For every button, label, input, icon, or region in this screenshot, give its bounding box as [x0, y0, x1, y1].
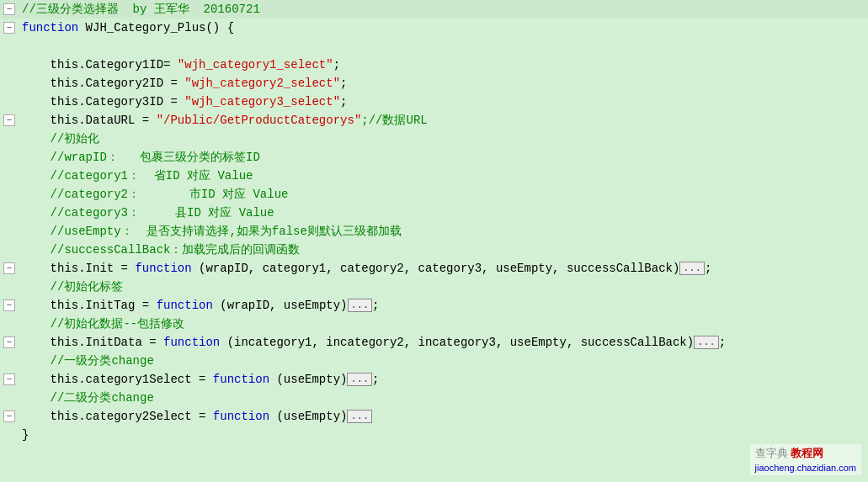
normal-token: (wrapID, category1, category2, category3…	[192, 262, 680, 275]
code-line: //初始化	[0, 130, 868, 148]
code-line: //category2： 市ID 对应 Value	[0, 185, 868, 204]
line-content: //初始化标签	[19, 279, 868, 294]
normal-token: this.Category2ID =	[22, 77, 184, 90]
normal-token: (useEmpty)	[269, 373, 347, 386]
lines-container: −//三级分类选择器 by 王军华 20160721−function WJH_…	[0, 0, 868, 444]
code-line: //useEmpty： 是否支持请选择,如果为false则默认三级都加载	[0, 222, 868, 241]
collapse-open-icon[interactable]: −	[3, 299, 15, 311]
collapse-open-icon[interactable]: −	[3, 22, 15, 34]
collapsed-block-indicator[interactable]: ...	[347, 373, 372, 386]
normal-token: (wrapID, useEmpty)	[213, 299, 348, 312]
line-content: //初始化	[19, 131, 868, 146]
collapse-gutter[interactable]: −	[0, 299, 19, 311]
watermark-label: 教程网	[791, 447, 823, 459]
normal-token: this.InitData =	[22, 336, 163, 349]
comment-token: //successCallBack：加载完成后的回调函数	[22, 243, 300, 257]
collapse-gutter[interactable]: −	[0, 410, 19, 422]
line-content: //一级分类change	[19, 353, 868, 368]
collapse-gutter[interactable]: −	[0, 262, 19, 274]
collapse-open-icon[interactable]: −	[3, 114, 15, 126]
collapsed-block-indicator[interactable]: ...	[694, 336, 719, 349]
line-content: //category2： 市ID 对应 Value	[19, 187, 868, 202]
line-content: this.DataURL = "/Public/GetProductCatego…	[19, 113, 868, 128]
normal-token: ;	[333, 58, 340, 72]
line-content: //successCallBack：加载完成后的回调函数	[19, 242, 868, 257]
code-line: //一级分类change	[0, 352, 868, 370]
comment-token: //wrapID： 包裹三级分类的标签ID	[22, 151, 260, 164]
normal-token: (useEmpty)	[269, 410, 347, 423]
normal-token: ;	[372, 299, 379, 312]
collapse-open-icon[interactable]: −	[3, 3, 15, 15]
collapse-gutter[interactable]: −	[0, 22, 19, 34]
normal-token: ;	[719, 336, 726, 349]
collapse-open-icon[interactable]: −	[3, 373, 15, 385]
string-token: "wjh_category3_select"	[184, 95, 340, 109]
code-line	[0, 37, 868, 56]
code-line: //category1： 省ID 对应 Value	[0, 167, 868, 185]
collapse-gutter[interactable]: −	[0, 114, 19, 126]
line-content: this.category1Select = function (useEmpt…	[19, 373, 868, 386]
code-line: //category3： 县ID 对应 Value	[0, 204, 868, 222]
comment-token: ;//数据URL	[361, 114, 427, 127]
collapse-gutter[interactable]: −	[0, 336, 19, 348]
comment-token: //二级分类change	[22, 391, 154, 405]
collapse-gutter[interactable]: −	[0, 373, 19, 385]
keyword-token: function	[135, 262, 191, 275]
collapsed-block-indicator[interactable]: ...	[679, 262, 705, 275]
code-line: this.Category1ID= "wjh_category1_select"…	[0, 56, 868, 74]
line-content: //三级分类选择器 by 王军华 20160721	[19, 2, 868, 17]
line-content: }	[19, 428, 868, 442]
keyword-token: function	[163, 336, 220, 349]
watermark-url: jiaocheng.chazidian.com	[755, 463, 856, 473]
line-content: //category1： 省ID 对应 Value	[19, 168, 868, 183]
keyword-token: function	[213, 373, 269, 386]
code-line: this.Category2ID = "wjh_category2_select…	[0, 74, 868, 93]
line-content: this.Category3ID = "wjh_category3_select…	[19, 95, 868, 109]
collapsed-block-indicator[interactable]: ...	[347, 410, 372, 423]
normal-token: WJH_Category_Plus() {	[78, 21, 234, 34]
collapsed-block-indicator[interactable]: ...	[348, 299, 373, 312]
normal-token: this.category1Select =	[22, 373, 213, 386]
code-line: −//三级分类选择器 by 王军华 20160721	[0, 0, 868, 19]
comment-token: //初始化	[22, 132, 99, 146]
line-content: function WJH_Category_Plus() {	[19, 21, 868, 34]
code-line: − this.InitTag = function (wrapID, useEm…	[0, 296, 868, 315]
normal-token: this.Category3ID =	[22, 95, 184, 109]
code-container: −//三级分类选择器 by 王军华 20160721−function WJH_…	[0, 0, 868, 482]
line-content: this.category2Select = function (useEmpt…	[19, 410, 868, 423]
collapse-gutter[interactable]: −	[0, 3, 19, 15]
watermark-site: 查字典	[755, 447, 788, 459]
normal-token: }	[22, 428, 29, 442]
collapse-open-icon[interactable]: −	[3, 410, 15, 422]
line-content: //useEmpty： 是否支持请选择,如果为false则默认三级都加载	[19, 224, 868, 239]
keyword-token: function	[213, 410, 269, 423]
comment-token: //一级分类change	[22, 354, 154, 368]
code-line: − this.DataURL = "/Public/GetProductCate…	[0, 111, 868, 130]
comment-token: //category2： 市ID 对应 Value	[22, 188, 288, 201]
code-line: //successCallBack：加载完成后的回调函数	[0, 241, 868, 259]
normal-token: this.InitTag =	[22, 299, 157, 312]
comment-token: //useEmpty： 是否支持请选择,如果为false则默认三级都加载	[22, 225, 402, 238]
comment-token: //category1： 省ID 对应 Value	[22, 169, 253, 183]
normal-token: this.DataURL =	[22, 114, 157, 127]
normal-token: ;	[372, 373, 379, 386]
code-line: − this.category1Select = function (useEm…	[0, 370, 868, 389]
code-line: − this.InitData = function (incategory1,…	[0, 333, 868, 352]
string-token: "wjh_category2_select"	[184, 77, 340, 90]
code-line: − this.Init = function (wrapID, category…	[0, 259, 868, 278]
string-token: "/Public/GetProductCategorys"	[157, 114, 362, 127]
collapse-open-icon[interactable]: −	[3, 262, 15, 274]
collapse-open-icon[interactable]: −	[3, 336, 15, 348]
normal-token: this.Init =	[22, 262, 135, 275]
comment-token: //初始化标签	[22, 280, 123, 294]
normal-token: this.category2Select =	[22, 410, 213, 423]
line-content: this.Init = function (wrapID, category1,…	[19, 262, 868, 275]
code-line: }	[0, 426, 868, 444]
code-line: //二级分类change	[0, 389, 868, 407]
code-line: this.Category3ID = "wjh_category3_select…	[0, 93, 868, 111]
normal-token: (incategory1, incategory2, incategory3, …	[220, 336, 694, 349]
line-content: this.Category2ID = "wjh_category2_select…	[19, 77, 868, 90]
code-line: //wrapID： 包裹三级分类的标签ID	[0, 148, 868, 167]
line-content: //初始化数据--包括修改	[19, 316, 868, 331]
normal-token: this.Category1ID=	[22, 58, 178, 72]
